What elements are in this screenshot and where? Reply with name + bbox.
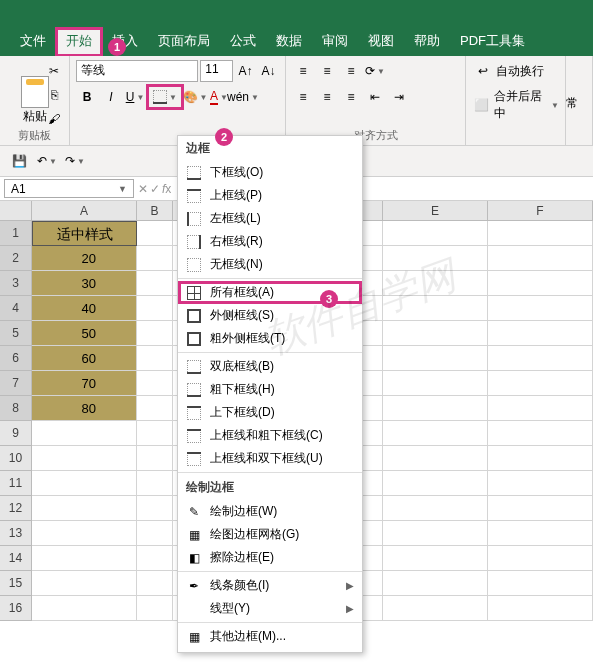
cell[interactable] <box>137 421 173 446</box>
increase-font-icon[interactable]: A↑ <box>235 60 256 82</box>
cell[interactable] <box>488 296 593 321</box>
save-icon[interactable]: 💾 <box>8 150 30 172</box>
cell[interactable] <box>32 496 137 521</box>
row-header[interactable]: 5 <box>0 321 32 346</box>
cell[interactable] <box>488 221 593 246</box>
tab-pdf[interactable]: PDF工具集 <box>450 28 535 56</box>
cell[interactable] <box>137 221 173 246</box>
border-menu-item[interactable]: 上框线和双下框线(U) <box>178 447 362 470</box>
cell[interactable] <box>488 596 593 621</box>
cell[interactable] <box>137 296 173 321</box>
row-header[interactable]: 15 <box>0 571 32 596</box>
border-menu-item[interactable]: 上框线和粗下框线(C) <box>178 424 362 447</box>
cell[interactable] <box>383 396 488 421</box>
row-header[interactable]: 3 <box>0 271 32 296</box>
cell[interactable] <box>32 421 137 446</box>
tab-help[interactable]: 帮助 <box>404 28 450 56</box>
cell[interactable] <box>137 321 173 346</box>
cell[interactable] <box>137 271 173 296</box>
border-menu-item[interactable]: ▦其他边框(M)... <box>178 625 362 648</box>
cell[interactable] <box>383 446 488 471</box>
border-menu-item[interactable]: 无框线(N) <box>178 253 362 276</box>
cell[interactable] <box>488 371 593 396</box>
orientation-icon[interactable]: ⟳▼ <box>364 60 386 82</box>
border-menu-item[interactable]: 粗下框线(H) <box>178 378 362 401</box>
tab-data[interactable]: 数据 <box>266 28 312 56</box>
border-menu-item[interactable]: ✒线条颜色(I)▶ <box>178 574 362 597</box>
tab-view[interactable]: 视图 <box>358 28 404 56</box>
cell[interactable] <box>488 246 593 271</box>
cell[interactable]: 80 <box>32 396 137 421</box>
cell[interactable] <box>488 471 593 496</box>
row-header[interactable]: 10 <box>0 446 32 471</box>
cell[interactable] <box>488 421 593 446</box>
select-all-corner[interactable] <box>0 201 32 220</box>
align-left-icon[interactable]: ≡ <box>292 86 314 108</box>
col-header[interactable]: A <box>32 201 137 220</box>
border-menu-item[interactable]: 粗外侧框线(T) <box>178 327 362 350</box>
cell[interactable] <box>137 546 173 571</box>
tab-pagelayout[interactable]: 页面布局 <box>148 28 220 56</box>
border-menu-item[interactable]: 双底框线(B) <box>178 355 362 378</box>
cell[interactable]: 60 <box>32 346 137 371</box>
row-header[interactable]: 4 <box>0 296 32 321</box>
cell[interactable] <box>383 271 488 296</box>
cell[interactable]: 40 <box>32 296 137 321</box>
cell[interactable] <box>383 521 488 546</box>
col-header[interactable]: E <box>383 201 488 220</box>
phonetic-button[interactable]: wén▼ <box>232 86 254 108</box>
row-header[interactable]: 6 <box>0 346 32 371</box>
cell[interactable]: 50 <box>32 321 137 346</box>
cell[interactable]: 70 <box>32 371 137 396</box>
cell[interactable] <box>383 246 488 271</box>
copy-icon[interactable]: ⎘ <box>43 84 65 106</box>
border-menu-item[interactable]: 右框线(R) <box>178 230 362 253</box>
border-button[interactable]: ▼ <box>148 86 182 108</box>
cell[interactable] <box>383 496 488 521</box>
cell[interactable] <box>488 321 593 346</box>
cell[interactable] <box>488 546 593 571</box>
cell[interactable] <box>383 596 488 621</box>
cell[interactable] <box>137 471 173 496</box>
border-menu-item[interactable]: 下框线(O) <box>178 161 362 184</box>
row-header[interactable]: 12 <box>0 496 32 521</box>
border-menu-item[interactable]: 上下框线(D) <box>178 401 362 424</box>
cell[interactable] <box>383 296 488 321</box>
cell[interactable] <box>383 371 488 396</box>
underline-button[interactable]: U▼ <box>124 86 146 108</box>
col-header[interactable]: F <box>488 201 593 220</box>
cell[interactable] <box>383 346 488 371</box>
decrease-font-icon[interactable]: A↓ <box>258 60 279 82</box>
cell[interactable] <box>32 546 137 571</box>
cell[interactable] <box>137 496 173 521</box>
tab-review[interactable]: 审阅 <box>312 28 358 56</box>
cell[interactable] <box>32 571 137 596</box>
row-header[interactable]: 14 <box>0 546 32 571</box>
cell[interactable] <box>137 346 173 371</box>
cell[interactable] <box>137 596 173 621</box>
cell[interactable] <box>383 421 488 446</box>
row-header[interactable]: 9 <box>0 421 32 446</box>
align-middle-icon[interactable]: ≡ <box>316 60 338 82</box>
bold-button[interactable]: B <box>76 86 98 108</box>
cell[interactable]: 20 <box>32 246 137 271</box>
row-header[interactable]: 13 <box>0 521 32 546</box>
cell[interactable]: 30 <box>32 271 137 296</box>
name-box[interactable]: A1▼ <box>4 179 134 198</box>
wrap-text-icon[interactable]: ↩ <box>472 60 494 82</box>
cell[interactable] <box>488 496 593 521</box>
cell[interactable] <box>488 396 593 421</box>
cell[interactable] <box>488 446 593 471</box>
cut-icon[interactable]: ✂ <box>43 60 65 82</box>
cell[interactable] <box>32 471 137 496</box>
align-top-icon[interactable]: ≡ <box>292 60 314 82</box>
align-bottom-icon[interactable]: ≡ <box>340 60 362 82</box>
cell[interactable] <box>137 396 173 421</box>
cell[interactable] <box>488 521 593 546</box>
cell[interactable] <box>32 596 137 621</box>
italic-button[interactable]: I <box>100 86 122 108</box>
border-menu-item[interactable]: 左框线(L) <box>178 207 362 230</box>
cell[interactable] <box>32 446 137 471</box>
border-menu-item[interactable]: ▦绘图边框网格(G) <box>178 523 362 546</box>
font-name-select[interactable]: 等线 <box>76 60 198 82</box>
